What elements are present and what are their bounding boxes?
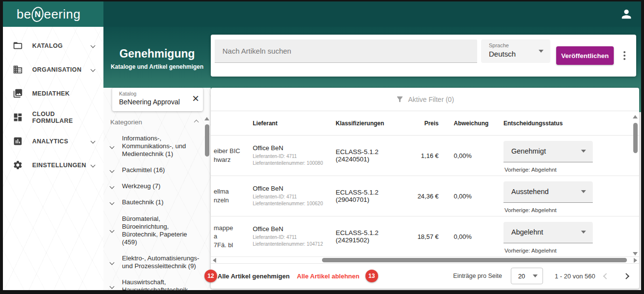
chevron-down-icon[interactable] xyxy=(110,198,122,206)
column-header-lieferant: Lieferant xyxy=(249,120,332,127)
scroll-up-arrow-icon[interactable] xyxy=(204,117,209,120)
category-label: Bautechnik (1) xyxy=(122,198,163,206)
supplier-id: Lieferanten-ID: 4711 xyxy=(253,234,332,241)
toolbar-kebab-menu-icon[interactable] xyxy=(622,49,627,62)
pagination: Einträge pro Seite 20 1 - 20 von 560 xyxy=(453,264,628,288)
category-label: Werkzeug (7) xyxy=(122,182,161,190)
articles-table-card: Aktive Filter (0) Lieferant Klassifizier… xyxy=(211,88,639,289)
supplier-cell: Office BeN Lieferanten-ID: 4711 Lieferan… xyxy=(249,185,332,208)
chevron-down-icon[interactable] xyxy=(110,182,122,190)
bar-chart-icon xyxy=(13,136,23,146)
table-row: eiber BIC hwarz Office BeN Lieferanten-I… xyxy=(211,136,639,176)
sidebar-item-label: CLOUD FORMULARE xyxy=(32,111,95,124)
vertical-scrollbar[interactable] xyxy=(632,115,638,255)
filter-funnel-icon xyxy=(396,95,404,103)
previous-status: Vorherige: Abgelehnt xyxy=(503,167,595,173)
user-account-icon[interactable] xyxy=(620,7,633,21)
sidebar-item-katalog[interactable]: KATALOG xyxy=(3,34,103,58)
catalog-filter-value: BeNeering Approval xyxy=(119,98,197,106)
supplier-name: Office BeN xyxy=(253,225,332,233)
status-select[interactable]: Genehmigt xyxy=(503,141,593,162)
active-filters-bar[interactable]: Aktive Filter (0) xyxy=(211,88,639,111)
scroll-down-arrow-icon[interactable] xyxy=(633,252,638,255)
chevron-down-icon[interactable] xyxy=(110,215,122,246)
sidebar-item-einstellungen[interactable]: EINSTELLUNGEN xyxy=(3,153,103,177)
category-item[interactable]: Hauswirtschaft, Hauswirtschaftstechnik xyxy=(110,278,203,290)
page-subtitle: Kataloge und Artikel genehmigen xyxy=(103,63,211,70)
sidebar-item-organisation[interactable]: ORGANISATION xyxy=(3,58,103,81)
scrollbar-thumb[interactable] xyxy=(633,123,638,153)
search-toolbar-card: Sprache Deutsch Veröffentlichen xyxy=(211,35,636,77)
category-item[interactable]: Bautechnik (1) xyxy=(110,198,203,206)
annotation-badge-12: 12 xyxy=(204,270,217,282)
status-select[interactable]: Abgelehnt xyxy=(503,222,593,243)
supplier-id: Lieferanten-ID: 4711 xyxy=(253,153,332,160)
approve-all-button[interactable]: Alle Artikel genehmigen xyxy=(218,273,290,280)
supplier-id: Lieferanten-ID: 4711 xyxy=(253,194,332,201)
chevron-down-icon[interactable] xyxy=(110,166,122,174)
category-item[interactable]: Büromaterial, Büroeinrichtung, Bürotechn… xyxy=(110,215,203,246)
per-page-select[interactable]: 20 xyxy=(511,268,543,284)
logo-leaf-icon: N xyxy=(30,5,45,22)
annotation-badge-13: 13 xyxy=(365,270,378,282)
categories-header[interactable]: Kategorien xyxy=(110,118,203,126)
supplier-name: Office BeN xyxy=(253,185,332,192)
horizontal-scrollbar[interactable] xyxy=(211,257,639,264)
column-header-abweichung: Abweichung xyxy=(445,120,502,127)
decision-status-cell: Abgelehnt Vorherige: Abgelehnt xyxy=(502,220,595,254)
category-item[interactable]: Elektro-, Automatisierungs- und Prozessl… xyxy=(110,255,203,270)
logo-box: beNeering xyxy=(3,1,103,27)
categories-scrollbar[interactable] xyxy=(204,117,210,290)
status-value: Abgelehnt xyxy=(511,228,543,236)
logo-n: N xyxy=(35,9,41,19)
sidebar-item-cloud-formulare[interactable]: CLOUD FORMULARE xyxy=(3,105,103,129)
reject-all-button[interactable]: Alle Artikel ablehnen xyxy=(297,273,360,280)
language-select[interactable]: Sprache Deutsch xyxy=(481,39,550,63)
category-label: Büromaterial, Büroeinrichtung, Bürotechn… xyxy=(122,215,203,246)
next-page-chevron-icon[interactable] xyxy=(623,273,629,279)
chevron-down-icon[interactable] xyxy=(110,135,122,158)
previous-page-chevron-icon[interactable] xyxy=(603,273,609,279)
scrollbar-thumb[interactable] xyxy=(322,258,627,262)
scrollbar-thumb[interactable] xyxy=(205,124,209,157)
supplier-cell: Office BeN Lieferanten-ID: 4711 Lieferan… xyxy=(249,225,332,248)
article-cell: ellma nzeln xyxy=(211,187,249,204)
category-item[interactable]: Werkzeug (7) xyxy=(110,182,203,190)
chevron-down-icon[interactable] xyxy=(110,278,122,290)
category-label: Packmittel (16) xyxy=(122,166,165,174)
main-content: Genehmigung Kataloge und Artikel genehmi… xyxy=(103,27,641,290)
logo-text-right: eering xyxy=(44,7,80,22)
catalog-filter-chip: Katalog BeNeering Approval × xyxy=(112,88,203,111)
category-item[interactable]: Packmittel (16) xyxy=(110,166,203,174)
scroll-left-arrow-icon[interactable] xyxy=(213,258,216,263)
search-input[interactable] xyxy=(215,39,477,63)
sidebar-item-mediathek[interactable]: MEDIATHEK xyxy=(3,81,103,105)
language-select-label: Sprache xyxy=(489,42,543,48)
supplier-cell: Office BeN Lieferanten-ID: 4711 Lieferan… xyxy=(249,144,332,167)
supplier-part-number: Lieferantenteilenummer: 104712 xyxy=(253,241,332,248)
scroll-up-arrow-icon[interactable] xyxy=(633,115,638,118)
close-icon[interactable]: × xyxy=(192,93,199,104)
sidebar-item-label: MEDIATHEK xyxy=(32,90,95,97)
scrollbar-track[interactable] xyxy=(219,258,631,262)
previous-status: Vorherige: Abgelehnt xyxy=(503,207,595,213)
per-page-value: 20 xyxy=(518,273,525,280)
category-label: Elektro-, Automatisierungs- und Prozessl… xyxy=(122,255,203,270)
scroll-right-arrow-icon[interactable] xyxy=(634,258,637,263)
price-cell: 18,57 € xyxy=(412,233,445,240)
publish-button[interactable]: Veröffentlichen xyxy=(556,46,614,65)
chevron-down-icon[interactable] xyxy=(110,255,122,270)
sidebar-item-analytics[interactable]: ANALYTICS xyxy=(3,129,103,153)
category-item[interactable]: Informations-, Kommunikations-, und Medi… xyxy=(110,135,203,158)
status-select[interactable]: Ausstehend xyxy=(503,181,593,203)
article-cell: mappe a 7Fä. bl xyxy=(211,224,249,250)
deviation-cell: 0,00% xyxy=(445,193,502,200)
table-header-row: Lieferant Klassifizierungen Preis Abweic… xyxy=(211,111,639,136)
deviation-cell: 0,00% xyxy=(445,233,502,240)
price-cell: 24,36 € xyxy=(412,193,445,200)
dropdown-caret-icon xyxy=(581,150,586,153)
chevron-down-icon xyxy=(91,67,96,72)
language-select-value: Deutsch xyxy=(489,50,543,58)
column-header-entscheidungsstatus: Entscheidungsstatus xyxy=(502,120,595,127)
sidebar-item-label: ANALYTICS xyxy=(32,138,91,145)
